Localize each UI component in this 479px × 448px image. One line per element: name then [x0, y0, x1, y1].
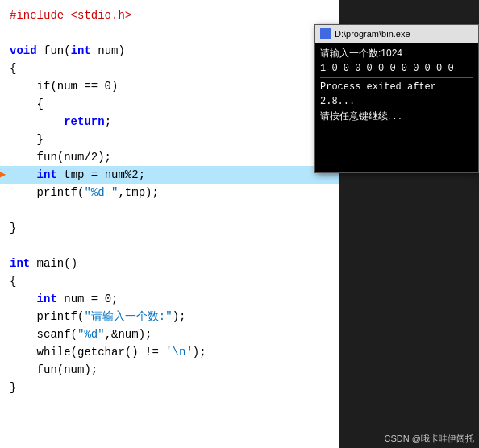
- terminal-text: 请输入一个数:1024: [320, 48, 402, 59]
- code-token: return: [64, 115, 104, 128]
- line-code-content: [10, 201, 332, 219]
- terminal-body: 请输入一个数:10241 0 0 0 0 0 0 0 0 0 0 0Proces…: [315, 43, 478, 127]
- code-line: }: [0, 379, 339, 396]
- line-code-content: fun(num/2);: [10, 148, 332, 166]
- terminal-text: 请按任意键继续. . .: [320, 110, 402, 122]
- line-code-content: [10, 237, 332, 255]
- code-token: printf(: [10, 310, 84, 323]
- line-code-content: }: [10, 131, 332, 148]
- code-token: "%d": [77, 328, 105, 341]
- code-line: [0, 201, 339, 219]
- line-arrow-indicator: ▶: [0, 166, 10, 184]
- code-token: [10, 115, 64, 128]
- code-line: int main(): [0, 255, 339, 272]
- code-token: );: [193, 346, 206, 359]
- code-token: printf(: [10, 186, 84, 199]
- terminal-line: 请输入一个数:1024: [320, 46, 473, 61]
- code-line: #include <stdio.h>: [0, 6, 339, 24]
- line-code-content: #include <stdio.h>: [10, 6, 332, 24]
- code-token: "请输入一个数:": [84, 310, 172, 323]
- line-code-content: void fun(int num): [10, 42, 332, 60]
- code-token: #include <stdio.h>: [10, 9, 131, 22]
- code-token: fun(num);: [10, 363, 98, 376]
- code-token: ;: [105, 115, 111, 128]
- code-line: printf("请输入一个数:");: [0, 308, 339, 326]
- code-token: '\n': [165, 346, 193, 359]
- code-token: void: [10, 44, 37, 57]
- code-token: if(num == 0): [10, 80, 118, 93]
- code-token: }: [10, 222, 16, 234]
- code-line: int num = 0;: [0, 290, 339, 308]
- code-line: {: [0, 95, 339, 113]
- code-line: {: [0, 60, 339, 77]
- code-token: int: [10, 257, 30, 270]
- code-token: int: [71, 44, 91, 57]
- line-code-content: while(getchar() != '\n');: [10, 343, 332, 361]
- line-code-content: int main(): [10, 255, 332, 272]
- code-line: printf("%d ",tmp);: [0, 184, 339, 201]
- code-line: while(getchar() != '\n');: [0, 343, 339, 361]
- code-line: }: [0, 219, 339, 237]
- code-token: ,&num);: [105, 328, 152, 341]
- line-code-content: {: [10, 95, 332, 113]
- line-code-content: return;: [10, 113, 332, 131]
- code-line: {: [0, 272, 339, 290]
- line-code-content: int tmp = num%2;: [10, 166, 332, 184]
- code-token: main(): [30, 257, 77, 270]
- terminal-title: D:\program\bin.exe: [335, 29, 410, 39]
- code-token: {: [10, 62, 16, 75]
- code-line: ▶ int tmp = num%2;: [0, 166, 339, 184]
- code-line: fun(num/2);: [0, 148, 339, 166]
- code-token: int: [37, 292, 57, 305]
- line-code-content: [10, 24, 332, 42]
- terminal-line: 请按任意键继续. . .: [320, 109, 473, 124]
- line-code-content: printf("%d ",tmp);: [10, 184, 332, 201]
- code-token: }: [10, 381, 16, 394]
- code-token: {: [10, 275, 16, 288]
- terminal-text: 1 0 0 0 0 0 0 0 0 0 0 0: [320, 61, 473, 76]
- code-token: [10, 168, 37, 181]
- code-line: fun(num);: [0, 361, 339, 379]
- code-token: "%d ": [84, 186, 118, 199]
- terminal-window: D:\program\bin.exe 请输入一个数:10241 0 0 0 0 …: [314, 24, 479, 173]
- code-token: while(getchar() !=: [10, 346, 165, 359]
- line-code-content: fun(num);: [10, 361, 332, 379]
- line-code-content: int num = 0;: [10, 290, 332, 308]
- line-code-content: if(num == 0): [10, 77, 332, 95]
- code-line: void fun(int num): [0, 42, 339, 60]
- code-token: fun(num/2);: [10, 151, 111, 164]
- code-line: [0, 237, 339, 255]
- line-code-content: printf("请输入一个数:");: [10, 308, 332, 326]
- code-line: }: [0, 131, 339, 148]
- line-code-content: }: [10, 219, 332, 237]
- terminal-separator: [320, 77, 473, 78]
- terminal-app-icon: [320, 28, 331, 39]
- code-content: #include <stdio.h> void fun(int num){ if…: [0, 0, 339, 403]
- code-token: int: [37, 168, 57, 181]
- code-line: [0, 24, 339, 42]
- code-line: scanf("%d",&num);: [0, 326, 339, 343]
- code-token: tmp = num%2;: [57, 168, 145, 181]
- code-token: fun(: [37, 44, 71, 57]
- code-token: num): [91, 44, 125, 57]
- code-token: ,tmp);: [118, 186, 158, 199]
- code-editor: #include <stdio.h> void fun(int num){ if…: [0, 0, 339, 448]
- code-line: return;: [0, 113, 339, 131]
- line-code-content: {: [10, 60, 332, 77]
- code-token: num = 0;: [57, 292, 119, 305]
- line-code-content: }: [10, 379, 332, 396]
- watermark: CSDN @哦卡哇伊阔托: [385, 433, 474, 445]
- code-token: );: [173, 310, 186, 323]
- code-token: }: [10, 133, 44, 146]
- code-line: if(num == 0): [0, 77, 339, 95]
- code-token: [10, 292, 37, 305]
- line-code-content: scanf("%d",&num);: [10, 326, 332, 343]
- terminal-text: Process exited after 2.8...: [320, 80, 473, 109]
- terminal-titlebar: D:\program\bin.exe: [315, 25, 478, 43]
- code-token: {: [10, 97, 44, 110]
- code-token: scanf(: [10, 328, 77, 341]
- line-code-content: {: [10, 272, 332, 290]
